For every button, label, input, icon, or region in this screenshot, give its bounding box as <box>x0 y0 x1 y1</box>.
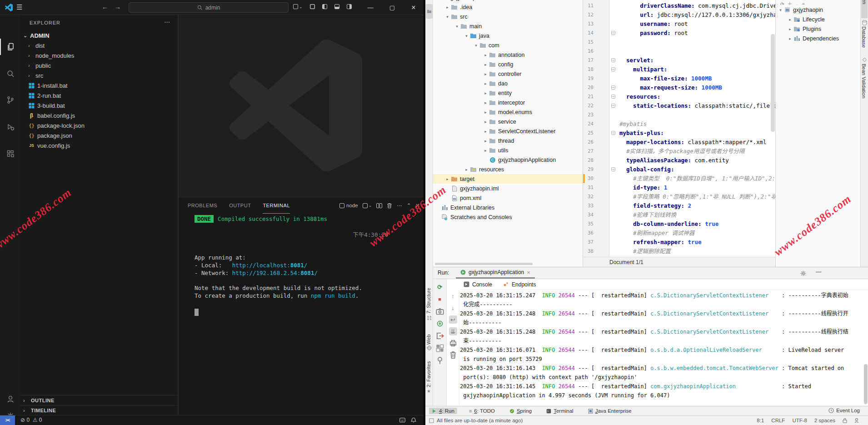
fold-icon[interactable]: – <box>611 131 615 135</box>
toggle-panel-icon[interactable] <box>334 4 339 9</box>
fold-icon[interactable]: – <box>611 167 615 171</box>
hector-inspection-icon[interactable] <box>854 418 859 423</box>
tree-item[interactable]: ▾com <box>433 40 583 50</box>
code-line[interactable]: 20– max-request-size: 1000MB <box>583 83 775 92</box>
code-line[interactable]: 13 username: root <box>583 20 775 29</box>
launch-profile-icon[interactable]: ⌄ <box>363 203 372 208</box>
explorer-item[interactable]: 2-run.bat <box>20 90 178 100</box>
panel-more-actions-icon[interactable]: ⋯ <box>397 202 402 209</box>
toggle-sidebar-icon[interactable] <box>322 4 327 9</box>
chevron-right-icon[interactable]: ▸ <box>483 139 489 143</box>
toolwindow-button-run[interactable]: 4: Run <box>429 408 457 414</box>
tab-endpoints[interactable]: Endpoints <box>503 281 536 288</box>
accounts-icon[interactable] <box>0 391 20 407</box>
settings-gear-icon[interactable] <box>800 270 806 276</box>
chevron-right-icon[interactable]: ▸ <box>483 110 489 115</box>
tree-item[interactable]: ▸.idea <box>433 2 583 12</box>
panel-close-icon[interactable]: ✕ <box>415 202 420 209</box>
code-line[interactable]: 26 mapper-locations: classpath*:mapper/*… <box>583 138 775 147</box>
console-output[interactable]: 2025-03-20 16:31:15.247 INFO 26544 --- [… <box>460 291 863 405</box>
notifications-bell-icon[interactable] <box>411 417 416 423</box>
tree-item[interactable]: ▸service <box>433 117 583 126</box>
code-line[interactable]: 35 db-column-underline: true <box>583 220 775 229</box>
code-line[interactable]: 17– servlet: <box>583 56 775 65</box>
snapshot-camera-icon[interactable] <box>436 307 444 315</box>
sidebar-section-timeline[interactable]: ›TIMELINE <box>20 405 178 415</box>
tree-item[interactable]: ▾main <box>433 21 583 31</box>
explorer-item[interactable]: JSvue.config.js <box>20 140 178 150</box>
chevron-right-icon[interactable]: ▸ <box>483 53 489 57</box>
nav-forward-icon[interactable]: → <box>115 3 121 10</box>
code-line[interactable]: 12 url: jdbc:mysql://127.0.0.1:3306/gxjy… <box>583 10 775 20</box>
tree-item[interactable]: ▸utils <box>433 145 583 155</box>
toolwindow-button-todo[interactable]: ≡6: TODO <box>466 408 498 414</box>
code-line[interactable]: 18– multipart: <box>583 65 775 74</box>
chevron-right-icon[interactable]: ▸ <box>483 81 489 86</box>
fold-icon[interactable]: – <box>611 67 615 71</box>
tree-item[interactable]: ▸entity <box>433 88 583 98</box>
chevron-right-icon[interactable]: ▸ <box>787 27 793 31</box>
toolwindow-tab-favorites[interactable]: 2: Favorites <box>426 351 431 387</box>
tree-item[interactable]: ▾src <box>433 12 583 21</box>
toolwindow-tab-web[interactable]: Web <box>426 328 431 345</box>
panel-more-icon[interactable]: ⋯ <box>278 202 283 208</box>
tree-horizontal-scrollbar[interactable] <box>435 263 533 265</box>
encoding[interactable]: UTF-8 <box>792 418 807 423</box>
project-toolwindow-button[interactable] <box>426 4 433 19</box>
tree-item[interactable]: ▸config <box>433 60 583 69</box>
code-line[interactable]: 34 #驼峰下划线转换 <box>583 210 775 220</box>
run-configuration-tab[interactable]: gxjyzhaopinApplication ✕ <box>456 267 535 279</box>
split-terminal-icon[interactable] <box>376 203 382 208</box>
network-url-link[interactable]: http://192.168.2.54:8081/ <box>232 270 318 276</box>
chevron-right-icon[interactable]: ▸ <box>483 100 489 105</box>
code-line[interactable]: 38 #逻辑删除配置 <box>583 247 775 256</box>
maven-item[interactable]: ▸Dependencies <box>776 34 860 43</box>
fold-icon[interactable]: – <box>611 58 615 62</box>
code-line[interactable]: 31 id-type: 1 <box>583 183 775 192</box>
tree-item[interactable]: ▸ServletContextListener <box>433 126 583 136</box>
code-line[interactable]: 15 <box>583 38 775 47</box>
maximize-button[interactable]: ▢ <box>383 0 401 15</box>
toolwindow-tab-maven[interactable]: Maven <box>861 0 868 18</box>
tree-item[interactable]: ▸resources <box>433 165 583 174</box>
tab-console[interactable]: Console <box>464 281 492 288</box>
caret-position[interactable]: 8:1 <box>757 418 764 423</box>
fold-icon[interactable]: – <box>611 104 615 108</box>
chevron-down-icon[interactable]: ▾ <box>444 15 450 19</box>
chevron-down-icon[interactable]: ▾ <box>464 34 469 38</box>
tree-item[interactable]: ▸annotation <box>433 50 583 60</box>
explorer-item[interactable]: ›public <box>20 60 178 70</box>
panel-tab-problems[interactable]: PROBLEMS <box>188 197 217 214</box>
explorer-item[interactable]: 1-install.bat <box>20 80 178 90</box>
tree-item[interactable]: ▾java <box>433 31 583 40</box>
extensions-icon[interactable] <box>0 145 20 162</box>
editor-scrollbar[interactable] <box>771 34 775 132</box>
console-scrollbar[interactable] <box>864 364 868 404</box>
maven-item[interactable]: ▸Plugins <box>776 24 860 34</box>
problems-status[interactable]: ⊘ 0 ⚠ 0 <box>20 415 42 425</box>
tree-item[interactable]: mpom.xml <box>433 193 583 203</box>
chevron-down-icon[interactable]: ▾ <box>454 24 460 29</box>
scroll-up-icon[interactable]: ↑ <box>449 292 457 300</box>
code-line[interactable]: 19 max-file-size: 1000MB <box>583 74 775 83</box>
tree-item[interactable]: gxjyzhaopin.iml <box>433 184 583 193</box>
fold-icon[interactable]: – <box>611 31 615 35</box>
toolwindow-button-jee[interactable]: Java Enterprise <box>585 408 634 414</box>
code-line[interactable]: 28 typeAliasesPackage: com.entity <box>583 156 775 165</box>
tree-item[interactable]: Scratches and Consoles <box>433 212 583 222</box>
toolwindow-button-terminal[interactable]: Terminal <box>544 408 576 414</box>
soft-wrap-icon[interactable]: ↩ <box>449 315 457 324</box>
line-ending[interactable]: CRLF <box>771 418 785 423</box>
stop-icon[interactable]: ■ <box>436 295 444 303</box>
search-sidebar-icon[interactable] <box>0 66 20 82</box>
explorer-more-actions-icon[interactable]: ⋯ <box>164 19 170 25</box>
explorer-root-admin[interactable]: ⌄ADMIN <box>20 30 178 40</box>
toggle-secondary-sidebar-icon[interactable] <box>347 4 352 9</box>
explorer-item[interactable]: ›node_modules <box>20 50 178 60</box>
tree-item[interactable]: ▸interceptor <box>433 98 583 107</box>
customize-layout-icon[interactable]: ⌄ <box>293 4 303 9</box>
chevron-right-icon[interactable]: ▸ <box>483 120 489 124</box>
explorer-item[interactable]: ›src <box>20 70 178 80</box>
sidebar-section-outline[interactable]: ›OUTLINE <box>20 395 178 405</box>
code-line[interactable]: 33 field-strategy: 2 <box>583 201 775 210</box>
